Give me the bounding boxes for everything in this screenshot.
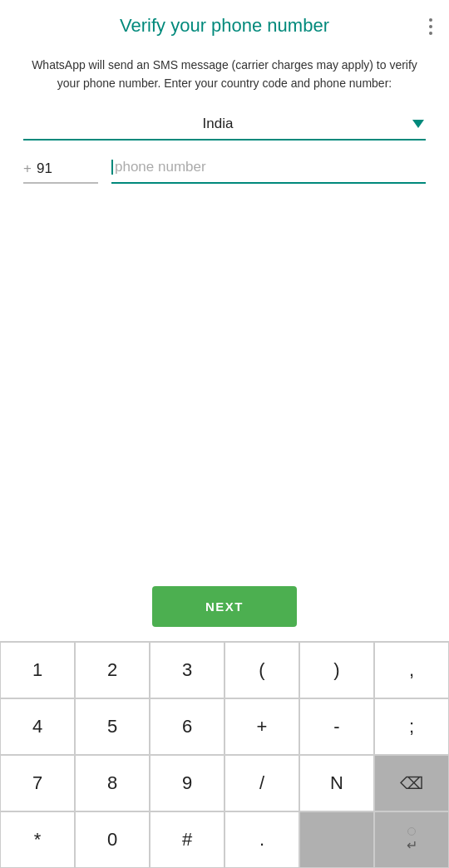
more-vert-icon[interactable] [426,15,436,38]
next-button[interactable]: NEXT [152,586,297,627]
key-period[interactable]: . [224,811,299,868]
description-text: WhatsApp will send an SMS message (carri… [0,45,449,111]
key-1[interactable]: 1 [0,642,75,698]
key-6[interactable]: 6 [150,698,224,755]
menu-dot-3 [429,32,432,35]
country-selector[interactable]: India [23,111,426,141]
key-n[interactable]: N [299,755,374,811]
header: Verify your phone number [0,0,449,45]
plus-sign: + [23,161,32,175]
keyboard: 1 2 3 ( ) , 4 5 6 + - ; 7 8 9 / N ⌫ * 0 … [0,641,449,868]
next-button-container: NEXT [0,586,449,627]
keyboard-row-4: * 0 # . ↵ [0,811,449,868]
backspace-key[interactable]: ⌫ [374,755,449,811]
key-5[interactable]: 5 [75,698,150,755]
text-cursor [111,160,113,175]
key-minus[interactable]: - [299,698,374,755]
keyboard-row-3: 7 8 9 / N ⌫ [0,755,449,811]
key-2[interactable]: 2 [75,642,150,698]
keyboard-row-1: 1 2 3 ( ) , [0,642,449,698]
menu-dot-2 [429,25,432,28]
key-3[interactable]: 3 [150,642,224,698]
menu-dot-1 [429,18,432,22]
key-close-paren[interactable]: ) [299,642,374,698]
enter-key[interactable]: ↵ [374,811,449,868]
key-semicolon[interactable]: ; [374,698,449,755]
key-7[interactable]: 7 [0,755,75,811]
key-8[interactable]: 8 [75,755,150,811]
key-4[interactable]: 4 [0,698,75,755]
backspace-icon: ⌫ [400,773,423,793]
key-comma[interactable]: , [374,642,449,698]
enter-circle-icon [407,827,416,836]
key-open-paren[interactable]: ( [224,642,299,698]
page-title: Verify your phone number [17,15,432,37]
phone-placeholder: phone number [111,159,426,175]
key-9[interactable]: 9 [150,755,224,811]
keyboard-row-2: 4 5 6 + - ; [0,698,449,755]
phone-input-row: + 91 phone number [23,159,426,184]
key-hash[interactable]: # [150,811,224,868]
key-plus[interactable]: + [224,698,299,755]
key-asterisk[interactable]: * [0,811,75,868]
enter-icon: ↵ [407,837,417,853]
country-code: 91 [37,161,52,175]
country-name: India [23,116,412,132]
chevron-down-icon [412,120,424,128]
phone-number-input[interactable]: phone number [111,159,426,184]
key-empty [299,811,374,868]
key-0[interactable]: 0 [75,811,150,868]
country-code-box: + 91 [23,161,98,184]
key-slash[interactable]: / [224,755,299,811]
